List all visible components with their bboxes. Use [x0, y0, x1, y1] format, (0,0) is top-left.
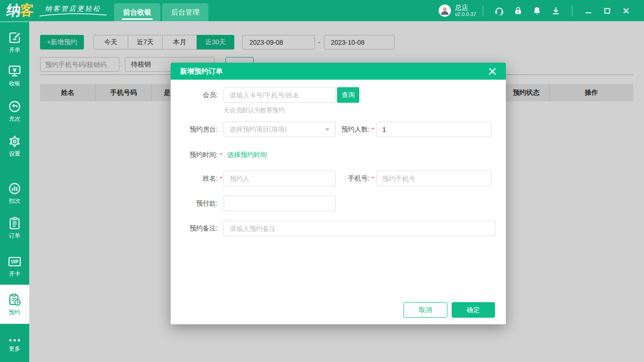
tab-backend-admin[interactable]: 后台管理 [162, 3, 208, 21]
people-field-group: 预约人数: * [339, 122, 492, 137]
required-asterisk: * [370, 175, 376, 182]
remark-field-row: 预约备注: [171, 221, 495, 236]
svg-text:VIP: VIP [11, 259, 18, 264]
sidebar-item-label: 扣次 [9, 197, 20, 205]
time-label: 预约时间: [171, 151, 218, 159]
new-booking-modal: 新增预约订单 会员: 查询 无会员默认为散客预约 预约房台: 选择预约项目(填项… [171, 63, 506, 324]
sidebar-item-label: 订单 [9, 232, 20, 240]
store-info: 总店 v2.0.0.37 [455, 4, 476, 17]
tagline-underline [38, 13, 108, 17]
booking-phone-input[interactable] [376, 171, 492, 186]
lock-icon[interactable] [513, 6, 523, 16]
sidebar-item-label: 开卡 [9, 270, 20, 278]
clipboard-list-icon [8, 216, 22, 230]
sidebar-item-open-order[interactable]: 开单 [0, 31, 29, 54]
sidebar-item-label: 更多 [9, 345, 20, 353]
member-query-button[interactable]: 查询 [337, 87, 359, 103]
cancel-button[interactable]: 取消 [404, 302, 447, 318]
gear-icon [8, 134, 22, 148]
time-field-row: 预约时间: * 选择预约时间 [171, 150, 267, 160]
sidebar-item-label: 预约 [9, 308, 20, 316]
phone-label: 手机号: [339, 174, 370, 183]
sidebar-item-cashier[interactable]: 收银 [0, 64, 29, 88]
logo-char-2: 客 [19, 1, 34, 20]
app-window: 纳 客 纳客管店更轻松 前台收银 后台管理 总店 v2.0.0.37 [0, 0, 644, 362]
logo-tagline: 纳客管店更轻松 [38, 5, 108, 17]
people-label: 预约人数: [339, 125, 370, 134]
cash-register-icon [8, 64, 22, 78]
member-search-input[interactable] [223, 87, 336, 103]
booking-name-input[interactable] [223, 171, 336, 186]
required-asterisk: * [370, 126, 376, 133]
sidebar-item-label: 开单 [9, 46, 20, 54]
topbar-separator [572, 6, 572, 16]
name-label: 姓名: [171, 174, 218, 183]
confirm-button[interactable]: 确定 [452, 302, 495, 318]
sidebar-item-booking[interactable]: 预约 [0, 285, 29, 324]
close-modal-icon[interactable] [488, 67, 496, 75]
store-avatar[interactable] [438, 4, 451, 17]
maximize-button[interactable] [603, 6, 612, 16]
modal-footer: 取消 确定 [404, 302, 495, 318]
sidebar-item-label: 充次 [9, 115, 20, 123]
deposit-label: 预付款: [171, 199, 218, 208]
logo-char-1: 纳 [6, 1, 21, 20]
member-label: 会员: [171, 91, 218, 99]
modal-title: 新增预约订单 [180, 67, 223, 76]
sidebar-item-vip-card[interactable]: VIP 开卡 [0, 255, 29, 278]
room-select[interactable]: 选择预约项目(填项) [223, 122, 336, 137]
remark-input[interactable] [223, 221, 495, 236]
chart-circle-icon [8, 181, 22, 196]
booking-clock-icon [8, 293, 22, 307]
modal-header: 新增预约订单 [171, 63, 506, 80]
store-name: 总店 [455, 4, 476, 11]
remark-label: 预约备注: [171, 224, 218, 233]
room-label: 预约房台: [171, 125, 218, 134]
vip-card-icon: VIP [8, 255, 22, 269]
sidebar-item-orders[interactable]: 订单 [0, 216, 29, 240]
download-icon[interactable] [551, 6, 561, 16]
recharge-refresh-icon [8, 99, 22, 114]
notification-bell-icon[interactable] [532, 6, 542, 16]
phone-field-group: 手机号: * [339, 171, 492, 186]
customer-service-icon[interactable] [494, 6, 504, 16]
room-select-placeholder: 选择预约项目(填项) [230, 125, 287, 134]
close-window-button[interactable] [621, 6, 631, 16]
required-asterisk: * [219, 175, 223, 182]
sidebar-item-deduct-times[interactable]: 扣次 [0, 181, 29, 205]
people-count-input[interactable] [376, 122, 492, 137]
deposit-field-row: 预付款: [171, 196, 336, 211]
name-phone-row: 姓名: * 手机号: * [171, 171, 492, 186]
topbar-separator [483, 6, 483, 16]
minimize-button[interactable] [584, 6, 593, 16]
app-version: v2.0.0.37 [455, 11, 476, 17]
sidebar-item-label: 收银 [9, 80, 20, 88]
invoice-pen-icon [8, 31, 22, 45]
tab-front-cashier[interactable]: 前台收银 [114, 3, 160, 21]
more-dots-icon [8, 337, 22, 344]
sidebar-item-more[interactable]: 更多 [0, 337, 29, 353]
required-asterisk: * [219, 151, 223, 159]
app-logo: 纳 客 [6, 1, 34, 20]
member-field-row: 会员: 查询 [171, 87, 359, 103]
chevron-down-icon [325, 128, 330, 131]
room-people-row: 预约房台: 选择预约项目(填项) 预约人数: * [171, 122, 492, 137]
sidebar-item-label: 设置 [9, 150, 20, 158]
member-hint-text: 无会员默认为散客预约 [223, 106, 285, 115]
booking-page: +新增预约 今天 近7天 本月 近30天 - 待核销 姓名 手机号码 是否核销 [29, 21, 644, 362]
topbar: 纳 客 纳客管店更轻松 前台收银 后台管理 总店 v2.0.0.37 [0, 0, 644, 21]
sidebar-item-settings[interactable]: 设置 [0, 134, 29, 158]
sidebar: 开单 收银 充次 设置 扣次 订单 VIP 开卡 预约 [0, 21, 29, 362]
choose-time-link[interactable]: 选择预约时间 [227, 151, 267, 159]
deposit-input[interactable] [223, 196, 336, 211]
sidebar-item-recharge-times[interactable]: 充次 [0, 99, 29, 123]
main-tabs: 前台收银 后台管理 [114, 3, 208, 21]
topbar-right: 总店 v2.0.0.37 [438, 4, 644, 17]
